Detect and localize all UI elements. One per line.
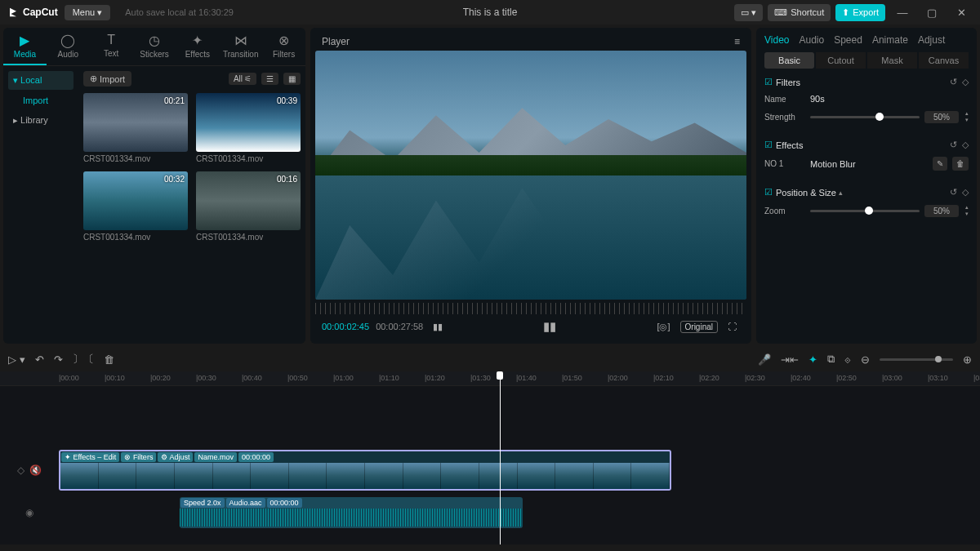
preview-scrubber[interactable] xyxy=(315,303,746,314)
tab-filters[interactable]: ⊗Filters xyxy=(262,28,305,65)
subtab-mask[interactable]: Mask xyxy=(867,52,917,69)
nav-library[interactable]: ▸ Library xyxy=(8,111,74,130)
autosave-status: Auto save local at 16:30:29 xyxy=(125,7,234,17)
menu-button[interactable]: Menu▾ xyxy=(65,5,111,20)
select-tool[interactable]: ▷ ▾ xyxy=(8,353,25,366)
zoom-slider[interactable] xyxy=(880,358,953,361)
proptab-speed[interactable]: Speed xyxy=(834,34,862,46)
proptab-animate[interactable]: Animate xyxy=(872,34,908,46)
audio-tag: 00:00:00 xyxy=(267,498,302,508)
filters-icon: ⊗ xyxy=(278,33,289,48)
tab-media[interactable]: ▶Media xyxy=(3,28,47,65)
undo-button[interactable]: ↶ xyxy=(35,353,44,366)
zoom-value[interactable]: 50% xyxy=(924,205,959,217)
maximize-button[interactable]: ▢ xyxy=(920,7,944,19)
media-grid: 00:21CRST001334.mov00:39CRST001334.mov00… xyxy=(83,93,301,242)
duration-badge: 00:32 xyxy=(164,175,185,184)
duration-badge: 00:16 xyxy=(277,175,297,184)
zoom-in-icon[interactable]: ⊕ xyxy=(963,353,972,366)
subtab-basic[interactable]: Basic xyxy=(764,52,814,69)
zoom-stepper[interactable]: ▴▾ xyxy=(965,204,969,217)
tab-audio[interactable]: ◯Audio xyxy=(47,28,90,65)
properties-panel: Video Audio Speed Animate Adjust Basic C… xyxy=(756,28,977,344)
delete-effect-button[interactable]: 🗑 xyxy=(952,157,969,171)
strength-value[interactable]: 50% xyxy=(924,111,959,123)
tab-transition[interactable]: ⋈Transition xyxy=(219,28,262,65)
minimize-button[interactable]: — xyxy=(890,7,915,19)
reset-icon[interactable]: ↺ xyxy=(950,140,957,150)
marker-icon[interactable]: ⟐ xyxy=(844,353,851,366)
mute-icon[interactable]: 🔇 xyxy=(29,464,42,476)
media-item[interactable]: 00:32CRST001334.mov xyxy=(83,171,188,242)
video-preview[interactable] xyxy=(315,51,746,300)
reset-icon[interactable]: ↺ xyxy=(950,77,957,87)
filter-name-label: Name xyxy=(764,95,805,104)
shortcut-button[interactable]: ⌨ Shortcut xyxy=(768,4,831,21)
delete-button[interactable]: 🗑 xyxy=(104,353,114,366)
subtab-cutout[interactable]: Cutout xyxy=(816,52,866,69)
play-pause-button[interactable]: ▮▮ xyxy=(540,318,559,335)
filter-all[interactable]: All ⚟ xyxy=(229,73,256,85)
clip-tag: 00:00:00 xyxy=(238,452,274,462)
media-item[interactable]: 00:21CRST001334.mov xyxy=(83,93,188,163)
tab-effects[interactable]: ✦Effects xyxy=(176,28,219,65)
ruler-mark: |01:20 xyxy=(425,374,445,382)
import-button[interactable]: ⊕ Import xyxy=(83,71,131,87)
media-filename: CRST001334.mov xyxy=(196,233,301,242)
nav-import[interactable]: Import xyxy=(8,91,74,109)
check-icon[interactable]: ☑ xyxy=(764,140,773,150)
time-ruler[interactable]: |00:00|00:10|00:20|00:30|00:40|00:50|01:… xyxy=(0,371,980,386)
edit-effect-button[interactable]: ✎ xyxy=(933,157,947,171)
check-icon[interactable]: ☑ xyxy=(764,77,773,87)
ratio-button[interactable]: ▭ ▾ xyxy=(734,4,763,21)
original-button[interactable]: Original xyxy=(680,321,718,333)
compare-icon[interactable]: [◎] xyxy=(653,320,673,334)
proptab-adjust[interactable]: Adjust xyxy=(918,34,945,46)
split-button[interactable]: 〕〔 xyxy=(73,352,94,367)
lock-icon[interactable]: ◇ xyxy=(17,464,24,476)
autocut-icon[interactable]: ✦ xyxy=(808,353,817,366)
keyframe-icon[interactable]: ◇ xyxy=(962,140,969,150)
tool-tabs: ▶Media ◯Audio TText ◷Stickers ✦Effects ⋈… xyxy=(3,28,305,66)
keyframe-icon[interactable]: ◇ xyxy=(962,77,969,87)
subtab-canvas[interactable]: Canvas xyxy=(919,52,969,69)
close-button[interactable]: ✕ xyxy=(949,7,973,19)
audio-clip[interactable]: Speed 2.0xAudio.aac00:00:00 xyxy=(180,497,523,528)
check-icon[interactable]: ☑ xyxy=(764,187,773,198)
nav-local[interactable]: ▾ Local xyxy=(8,71,74,90)
zoom-slider[interactable] xyxy=(810,210,920,212)
tab-text[interactable]: TText xyxy=(90,28,133,65)
strength-stepper[interactable]: ▴▾ xyxy=(965,110,969,123)
link-icon[interactable]: ⧉ xyxy=(827,353,835,366)
view-grid[interactable]: ▦ xyxy=(283,73,301,85)
project-title[interactable]: This is a title xyxy=(463,7,518,18)
redo-button[interactable]: ↷ xyxy=(54,353,63,366)
strength-slider[interactable] xyxy=(810,116,920,118)
media-panel: ▶Media ◯Audio TText ◷Stickers ✦Effects ⋈… xyxy=(3,28,305,344)
proptab-audio[interactable]: Audio xyxy=(799,34,824,46)
media-item[interactable]: 00:39CRST001334.mov xyxy=(196,93,301,163)
media-filename: CRST001334.mov xyxy=(196,154,301,163)
view-list[interactable]: ☰ xyxy=(261,73,278,85)
zoom-out-icon[interactable]: ⊖ xyxy=(861,353,870,366)
mic-icon[interactable]: 🎤 xyxy=(758,353,771,366)
ripple-icon[interactable]: ⇥⇤ xyxy=(781,353,799,366)
filter-name-value: 90s xyxy=(810,94,825,104)
stickers-icon: ◷ xyxy=(149,33,160,48)
playhead[interactable] xyxy=(500,371,501,544)
audio-track-icon[interactable]: ◉ xyxy=(25,507,33,518)
ruler-mark: |02:30 xyxy=(745,374,765,382)
video-clip[interactable]: ✦ Effects – Edit⊗ Filters⚙ AdjustName.mo… xyxy=(59,450,671,491)
player-menu-icon[interactable]: ≡ xyxy=(734,36,740,47)
section-position: Position & Size xyxy=(776,188,836,198)
tab-stickers[interactable]: ◷Stickers xyxy=(133,28,176,65)
media-item[interactable]: 00:16CRST001334.mov xyxy=(196,171,301,242)
fullscreen-icon[interactable]: ⛶ xyxy=(724,320,740,333)
keyframe-icon[interactable]: ◇ xyxy=(962,187,969,198)
reset-icon[interactable]: ↺ xyxy=(950,187,957,198)
section-effects: Effects xyxy=(776,140,803,150)
audio-meter-icon[interactable]: ▮▮ xyxy=(430,320,446,334)
proptab-video[interactable]: Video xyxy=(764,34,789,46)
export-button[interactable]: ⬆ Export xyxy=(835,4,885,21)
ruler-mark: |00:40 xyxy=(242,374,262,382)
